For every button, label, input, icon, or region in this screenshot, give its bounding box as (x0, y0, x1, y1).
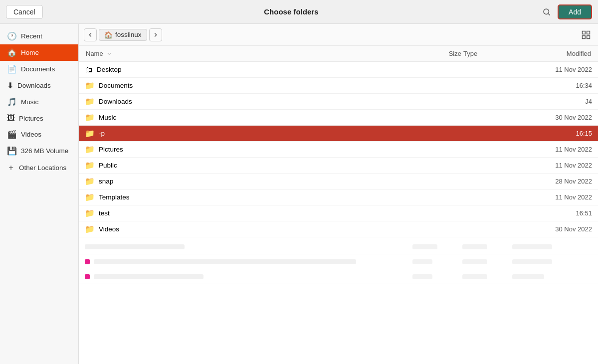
file-row-pictures[interactable]: 📁 Pictures 11 Nov 2022 (79, 142, 598, 158)
sidebar-item-recent[interactable]: 🕐 Recent (0, 28, 78, 44)
svg-rect-5 (587, 35, 590, 38)
file-name-pictures: 📁 Pictures (85, 145, 412, 154)
sidebar-item-pictures[interactable]: 🖼 Pictures (0, 110, 78, 126)
toolbar: 🏠 fosslinux (79, 24, 598, 46)
folder-icon-test: 📁 (85, 208, 95, 218)
folder-icon-dotp: 📁 (85, 129, 95, 138)
file-row-snap[interactable]: 📁 snap 28 Nov 2022 (79, 174, 598, 189)
breadcrumb: 🏠 fosslinux (84, 28, 162, 41)
forward-icon (152, 31, 159, 38)
sidebar-item-downloads[interactable]: ⬇ Downloads (0, 77, 78, 94)
file-name-videos: 📁 Videos (85, 224, 412, 234)
file-name-downloads: 📁 Downloads (85, 97, 412, 106)
col-type: Type (462, 48, 512, 59)
file-date-test: 16:51 (512, 209, 592, 217)
sidebar-label-home: Home (21, 49, 39, 56)
documents-icon: 📄 (7, 64, 17, 74)
file-row-videos[interactable]: 📁 Videos 30 Nov 2022 (79, 221, 598, 237)
file-row-desktop[interactable]: 🗂 Desktop 11 Nov 2022 (79, 62, 598, 78)
column-headers: Name Size Type Modified (79, 46, 598, 62)
file-date-templates: 11 Nov 2022 (512, 193, 592, 201)
back-button[interactable] (84, 28, 97, 41)
breadcrumb-home[interactable]: 🏠 fosslinux (99, 29, 147, 41)
pink-indicator-1 (85, 259, 90, 264)
search-button[interactable] (540, 5, 554, 19)
file-date-documents: 16:34 (512, 82, 592, 89)
header-right: Add (540, 4, 592, 19)
svg-point-0 (544, 9, 549, 14)
volume-icon: 💾 (7, 146, 17, 156)
home-icon: 🏠 (7, 48, 17, 57)
file-row-downloads[interactable]: 📁 Downloads J4 (79, 94, 598, 110)
main-layout: 🕐 Recent 🏠 Home 📄 Documents ⬇ Downloads … (0, 24, 598, 364)
file-row-music[interactable]: 📁 Music 30 Nov 2022 (79, 110, 598, 126)
file-name-templates: 📁 Templates (85, 192, 412, 202)
file-date-dotp: 16:15 (512, 130, 592, 137)
dialog-title: Choose folders (264, 7, 318, 16)
folder-icon-documents: 📁 (85, 81, 95, 90)
folder-icon-music: 📁 (85, 113, 95, 122)
downloads-icon: ⬇ (7, 81, 13, 90)
file-date-videos: 30 Nov 2022 (512, 225, 592, 233)
sidebar-item-videos[interactable]: 🎬 Videos (0, 126, 78, 143)
sidebar-label-recent: Recent (21, 32, 42, 40)
file-row-public[interactable]: 📁 Public 11 Nov 2022 (79, 158, 598, 174)
folder-icon-desktop: 🗂 (85, 65, 93, 74)
header: Cancel Choose folders Add (0, 0, 598, 24)
file-date-public: 11 Nov 2022 (512, 162, 592, 169)
col-size: Size (412, 48, 462, 59)
content-area: 🏠 fosslinux Name Size Type Modified (79, 24, 598, 364)
file-name-desktop: 🗂 Desktop (85, 65, 412, 74)
forward-button[interactable] (149, 28, 162, 41)
music-icon: 🎵 (7, 97, 17, 107)
file-name-snap: 📁 snap (85, 177, 412, 186)
pictures-icon: 🖼 (7, 114, 15, 123)
col-modified: Modified (512, 48, 592, 59)
blurred-row-1 (79, 239, 598, 254)
open-folder-button[interactable] (579, 28, 593, 42)
sidebar-label-documents: Documents (21, 65, 55, 73)
file-date-snap: 28 Nov 2022 (512, 178, 592, 185)
file-row-dotp[interactable]: 📁 -p 16:15 (79, 126, 598, 142)
open-folder-icon (581, 30, 591, 40)
file-date-desktop: 11 Nov 2022 (512, 66, 592, 73)
col-name-label: Name (85, 48, 104, 59)
sidebar-label-downloads: Downloads (17, 82, 51, 89)
cancel-button[interactable]: Cancel (6, 5, 43, 19)
other-locations-icon: ＋ (7, 163, 15, 173)
file-date-downloads: J4 (512, 98, 592, 105)
file-row-templates[interactable]: 📁 Templates 11 Nov 2022 (79, 189, 598, 205)
sidebar-item-other-locations[interactable]: ＋ Other Locations (0, 159, 78, 177)
sort-icon (106, 51, 112, 57)
recent-icon: 🕐 (7, 31, 17, 41)
svg-rect-3 (587, 31, 590, 34)
sidebar-item-home[interactable]: 🏠 Home (0, 44, 78, 61)
sidebar-label-pictures: Pictures (19, 115, 43, 122)
sidebar-item-documents[interactable]: 📄 Documents (0, 61, 78, 77)
folder-icon-videos: 📁 (85, 224, 95, 234)
folder-icon-snap: 📁 (85, 177, 95, 186)
search-icon (542, 7, 551, 16)
home-breadcrumb-icon: 🏠 (104, 31, 113, 39)
svg-rect-4 (583, 35, 586, 38)
file-row-documents[interactable]: 📁 Documents 16:34 (79, 78, 598, 94)
header-left: Cancel (6, 5, 43, 19)
file-name-dotp: 📁 -p (85, 129, 412, 138)
file-name-music: 📁 Music (85, 113, 412, 122)
file-row-test[interactable]: 📁 test 16:51 (79, 205, 598, 221)
pink-indicator-2 (85, 274, 90, 279)
add-button[interactable]: Add (558, 4, 592, 19)
blurred-row-2 (79, 254, 598, 269)
sidebar-label-videos: Videos (21, 131, 41, 138)
col-name[interactable]: Name (85, 48, 412, 59)
file-name-documents: 📁 Documents (85, 81, 412, 90)
sidebar-item-music[interactable]: 🎵 Music (0, 94, 78, 110)
sidebar-label-volume: 326 MB Volume (21, 147, 68, 155)
videos-icon: 🎬 (7, 130, 17, 139)
folder-icon-downloads: 📁 (85, 97, 95, 106)
svg-rect-2 (583, 31, 586, 34)
back-icon (87, 31, 94, 38)
sidebar-item-volume[interactable]: 💾 326 MB Volume (0, 143, 78, 159)
sidebar-label-music: Music (21, 98, 38, 106)
sidebar-label-other: Other Locations (19, 164, 66, 172)
